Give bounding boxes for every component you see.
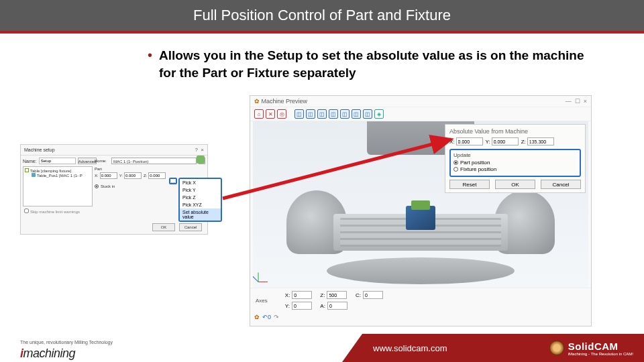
view-icon-2[interactable]: ◫ (306, 109, 315, 119)
name-input[interactable] (39, 158, 76, 164)
abs-z-label: Z: (521, 139, 526, 145)
abs-panel-title: Absolute Value from Machine (449, 128, 581, 135)
menu-pick-xyz[interactable]: Pick XYZ (180, 201, 221, 208)
menu-set-absolute[interactable]: Set absolute value (180, 208, 221, 221)
name-label: Name: (23, 159, 37, 164)
fixture-position-radio[interactable] (453, 167, 458, 172)
setup-cancel-button[interactable]: Cancel (179, 223, 202, 231)
footer-icon-1[interactable]: ✿ (254, 314, 260, 320)
axes-y-label: Y: (285, 303, 290, 309)
axes-panel: Axes X: Y: Z: A: C: - (250, 288, 591, 312)
abs-x-input[interactable] (456, 137, 483, 145)
abs-reset-button[interactable]: Reset (449, 180, 490, 189)
preview-window-controls[interactable]: — ☐ × (566, 98, 587, 105)
solidcam-logo: SolidCAM iMachining - The Revolution in … (549, 341, 633, 356)
preview-footer-toolbar: ✿ ↶0 ↷ (250, 312, 591, 322)
axes-label: Axes (256, 298, 268, 304)
fixture-position-label: Fixture position (460, 166, 496, 172)
axes-x-label: X: (285, 292, 290, 298)
setup-x-label: X: (95, 174, 99, 178)
tree-item-pos[interactable]: Table_Pos1 [MAC 1 (1- P (37, 174, 83, 178)
setup-dialog-title: Machine setup (24, 147, 55, 152)
view-icon-1[interactable]: ◫ (294, 109, 304, 119)
update-group: Update Part position Fixture position (449, 149, 581, 177)
abs-z-input[interactable] (527, 137, 554, 145)
machine-table (293, 187, 548, 274)
toolbar-icon-3[interactable]: ◎ (277, 109, 286, 119)
setup-z-input[interactable] (148, 172, 166, 179)
preview-title: Machine Preview (262, 98, 308, 105)
part-model (406, 206, 435, 230)
setup-x-input[interactable] (100, 172, 117, 179)
bullet-dot: • (148, 47, 152, 63)
menu-pick-z[interactable]: Pick Z (180, 194, 221, 201)
preview-toolbar: ⌂ ✕ ◎ ◫ ◫ ◫ ◫ ◫ ◫ ◫ ◈ (250, 107, 591, 121)
footer-icon-2[interactable]: ↶0 (262, 314, 271, 320)
footer-url: www.solidcam.com (373, 343, 447, 353)
view-icon-3[interactable]: ◫ (317, 109, 327, 119)
skip-warnings-checkbox[interactable] (24, 208, 29, 213)
update-label: Update (453, 152, 577, 158)
home-label: Home: (95, 159, 109, 163)
axes-z-label: Z: (320, 292, 325, 298)
imachining-logo: The unique, revolutionary Milling Techno… (20, 347, 75, 361)
setup-y-label: Y: (119, 174, 123, 178)
abs-y-input[interactable] (492, 137, 519, 145)
abs-cancel-button[interactable]: Cancel (541, 180, 581, 189)
part-more-button[interactable]: … (169, 178, 177, 184)
solidcam-tagline: iMachining - The Revolution in CAM! (568, 352, 633, 356)
bullet-area: • Allows you in the Setup to set the abs… (0, 34, 644, 88)
save-icon[interactable] (197, 156, 205, 164)
bullet-text: Allows you in the Setup to set the absol… (159, 47, 604, 81)
footer-icon-3[interactable]: ↷ (274, 314, 279, 320)
menu-pick-x[interactable]: Pick X (180, 179, 221, 186)
skip-warnings-label: Skip machine limit warnings (30, 210, 80, 214)
part-position-radio[interactable] (453, 160, 458, 165)
axes-a-input[interactable] (327, 302, 347, 310)
toolbar-icon-2[interactable]: ✕ (266, 109, 275, 119)
axes-x-input[interactable] (292, 291, 312, 299)
setup-z-label: Z: (144, 174, 147, 178)
abs-x-label: X: (449, 139, 455, 145)
menu-pick-y[interactable]: Pick Y (180, 186, 221, 194)
imachining-tagline: The unique, revolutionary Milling Techno… (20, 340, 113, 345)
setup-window-controls[interactable]: ? × (195, 147, 204, 153)
slide-header: Full Position Control of Part and Fixtur… (0, 0, 644, 31)
view-icon-iso[interactable]: ◈ (374, 109, 384, 119)
view-icon-5[interactable]: ◫ (340, 109, 350, 119)
abs-y-label: Y: (486, 139, 490, 145)
axes-c-input[interactable] (363, 291, 383, 299)
setup-y-input[interactable] (124, 172, 142, 179)
abs-ok-button[interactable]: OK (495, 180, 535, 189)
advanced-button[interactable]: Advanced (78, 158, 97, 164)
absolute-value-panel: Absolute Value from Machine X: Y: Z: Upd… (445, 124, 586, 193)
slide-footer: The unique, revolutionary Milling Techno… (0, 334, 644, 362)
gear-icon (549, 341, 564, 355)
axes-c-label: C: (356, 292, 361, 298)
axes-a-label: A: (320, 303, 325, 309)
machine-preview-window: ✿ Machine Preview — ☐ × ⌂ ✕ ◎ ◫ ◫ ◫ ◫ ◫ … (250, 95, 592, 326)
solidcam-name: SolidCAM (568, 341, 633, 352)
setup-ok-button[interactable]: OK (152, 223, 175, 231)
view-icon-7[interactable]: ◫ (363, 109, 372, 119)
stock-in-label: Stock in (101, 184, 115, 188)
axes-y-input[interactable] (292, 302, 312, 310)
view-icon-4[interactable]: ◫ (329, 109, 338, 119)
part-position-label: Part position (460, 160, 490, 166)
part-label: Part (95, 167, 205, 171)
axis-triad-icon (256, 266, 274, 285)
axes-z-input[interactable] (327, 291, 347, 299)
stock-in-radio[interactable] (95, 184, 99, 188)
toolbar-icon-1[interactable]: ⌂ (254, 109, 264, 119)
home-select[interactable]: MAC 1 (1- Position) (111, 158, 197, 164)
fixture-tree[interactable]: Table [clamping fixture] Table_Pos1 [MAC… (23, 166, 93, 206)
pick-context-menu: Pick X Pick Y Pick Z Pick XYZ Set absolu… (178, 178, 222, 222)
view-icon-6[interactable]: ◫ (352, 109, 361, 119)
preview-3d-view[interactable]: Absolute Value from Machine X: Y: Z: Upd… (253, 121, 588, 288)
